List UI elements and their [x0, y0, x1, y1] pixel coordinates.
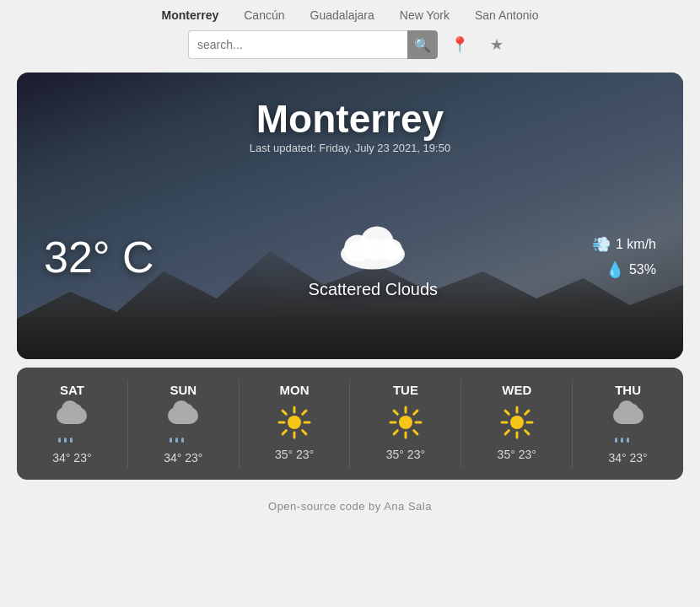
- forecast-temps: 34° 23°: [164, 451, 202, 465]
- nav-san-antonio[interactable]: San Antonio: [475, 8, 539, 22]
- nav-new-york[interactable]: New York: [400, 8, 450, 22]
- city-nav: Monterrey Cancún Guadalajara New York Sa…: [162, 8, 539, 22]
- weather-content: Monterrey Last updated: Friday, July 23 …: [17, 73, 683, 359]
- svg-line-10: [303, 431, 306, 434]
- nav-guadalajara[interactable]: Guadalajara: [310, 8, 374, 22]
- svg-line-9: [283, 411, 286, 414]
- svg-point-3: [380, 239, 402, 261]
- forecast-day: TUE 35° 23°: [350, 379, 461, 468]
- location-icon: 📍: [450, 35, 469, 54]
- last-updated: Last updated: Friday, July 23 2021, 19:5…: [44, 142, 656, 154]
- forecast-day: MON 35° 23°: [240, 379, 351, 468]
- search-button[interactable]: 🔍: [407, 30, 438, 59]
- humidity-icon: 💧: [606, 261, 624, 279]
- search-container: 🔍 📍 ★: [188, 30, 512, 59]
- nav-cancun[interactable]: Cancún: [244, 8, 284, 22]
- forecast-temps: 34° 23°: [608, 451, 647, 465]
- forecast-day: SAT 34° 23°: [17, 379, 128, 468]
- forecast-day: THU 34° 23°: [573, 379, 683, 468]
- day-label: TUE: [393, 383, 418, 397]
- forecast-day: WED 35° 23°: [461, 379, 573, 468]
- forecast-strip: SAT 34° 23°SUN 34° 23°MON: [17, 368, 683, 480]
- condition-display: Scattered Clouds: [309, 214, 438, 299]
- temperature-display: 32° C: [44, 232, 154, 282]
- rain-icon: [55, 406, 89, 443]
- humidity-value: 53%: [629, 262, 656, 277]
- forecast-temps: 35° 23°: [386, 448, 425, 461]
- svg-line-11: [303, 411, 306, 414]
- wind-row: 💨 1 km/h: [592, 235, 656, 254]
- svg-line-27: [505, 411, 509, 414]
- sun-icon: [500, 406, 534, 439]
- svg-line-28: [525, 431, 528, 434]
- svg-line-30: [505, 431, 509, 434]
- svg-point-4: [288, 416, 301, 429]
- svg-line-29: [525, 411, 528, 414]
- day-label: SAT: [60, 383, 84, 397]
- day-label: WED: [502, 383, 531, 397]
- forecast-temps: 35° 23°: [498, 448, 536, 461]
- temperature: 32° C: [44, 233, 154, 282]
- weather-details: 💨 1 km/h 💧 53%: [592, 235, 656, 279]
- nav-monterrey[interactable]: Monterrey: [162, 8, 219, 22]
- day-label: SUN: [170, 383, 197, 397]
- footer-text: Open-source code by Ana Sala: [268, 500, 432, 513]
- svg-line-18: [394, 411, 397, 414]
- search-icon: 🔍: [414, 37, 431, 53]
- weather-main: 32° C Scattered Clouds 💨 1 km/h 💧: [44, 171, 656, 342]
- condition-text: Scattered Clouds: [309, 280, 438, 299]
- svg-line-19: [414, 431, 417, 434]
- sun-icon: [389, 406, 423, 439]
- rain-icon: [611, 406, 645, 443]
- forecast-temps: 34° 23°: [52, 451, 91, 465]
- city-name: Monterrey: [44, 96, 656, 142]
- wind-value: 1 km/h: [616, 237, 656, 252]
- search-input[interactable]: [188, 30, 407, 59]
- forecast-day: SUN 34° 23°: [128, 379, 240, 468]
- wind-icon: 💨: [592, 235, 611, 254]
- svg-point-13: [399, 416, 412, 429]
- humidity-row: 💧 53%: [606, 261, 656, 279]
- star-icon: ★: [490, 35, 503, 54]
- day-label: THU: [615, 383, 641, 397]
- svg-point-22: [510, 416, 524, 429]
- sun-icon: [277, 406, 311, 439]
- forecast-temps: 35° 23°: [275, 448, 314, 461]
- location-button[interactable]: 📍: [444, 30, 475, 59]
- svg-line-21: [394, 431, 397, 434]
- footer: Open-source code by Ana Sala: [268, 500, 432, 513]
- weather-card: Monterrey Last updated: Friday, July 23 …: [17, 73, 683, 359]
- rain-icon: [166, 406, 200, 443]
- svg-line-20: [414, 411, 417, 414]
- day-label: MON: [280, 383, 310, 397]
- favorites-button[interactable]: ★: [482, 30, 512, 59]
- svg-line-12: [283, 431, 286, 434]
- cloud-icon: [331, 214, 415, 273]
